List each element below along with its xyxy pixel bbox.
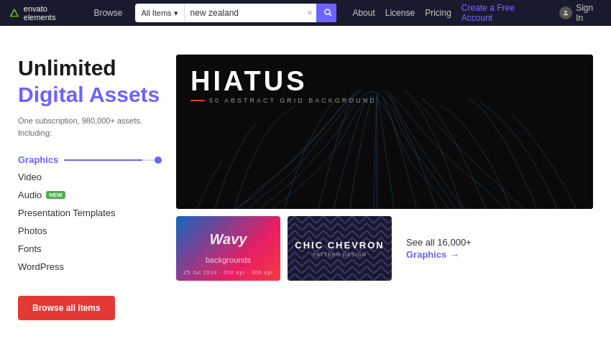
envato-logo-icon (9, 7, 20, 19)
bottom-thumbnails: Wavy backgrounds 25 Jul 2018 · 200 dpi ·… (176, 216, 593, 281)
category-video-label: Video (18, 172, 42, 182)
wavy-title: Wavy backgrounds (206, 230, 251, 267)
nav-links: About License Pricing Create a Free Acco… (352, 3, 545, 23)
category-audio[interactable]: Audio NEW (18, 186, 162, 204)
hero-card-title-text: HIATUS (190, 67, 377, 95)
category-wordpress[interactable]: WordPress (18, 258, 162, 276)
subtitle-line2: Including: (18, 129, 52, 137)
clear-search-icon[interactable]: × (304, 8, 316, 18)
headline-line1: Unlimited (18, 56, 116, 80)
hero-card: .gline{stroke:#4488cc;stroke-width:0.5;f… (176, 55, 593, 209)
logo[interactable]: envato elements (9, 4, 81, 22)
search-bar: All Items ▾ × (135, 4, 336, 22)
pricing-link[interactable]: Pricing (425, 8, 451, 18)
hero-card-title: HIATUS 50 ABSTRACT GRID BACKGROUND (190, 67, 377, 104)
logo-text: envato elements (24, 4, 81, 22)
search-input[interactable] (185, 4, 304, 22)
mountain-grid-visualization: .gline{stroke:#4488cc;stroke-width:0.5;f… (176, 90, 593, 209)
arrow-right-icon: → (449, 249, 459, 261)
wavy-detail: 25 Jul 2018 · 200 dpi · 300 dpi (176, 270, 280, 275)
category-video[interactable]: Video (18, 168, 162, 186)
new-badge: NEW (46, 191, 65, 199)
graphics-slider-track[interactable] (64, 159, 162, 161)
see-all-link[interactable]: Graphics → (406, 249, 472, 261)
search-icon (323, 8, 332, 17)
category-list: Graphics Video Audio NEW Presentation Te… (18, 154, 162, 276)
navbar: envato elements Browse All Items ▾ × Abo… (0, 0, 611, 26)
user-icon (559, 6, 572, 19)
see-all-section: See all 16,000+ Graphics → (399, 237, 472, 261)
hero-title-line (190, 100, 205, 101)
search-filter-dropdown[interactable]: All Items ▾ (135, 4, 184, 22)
category-graphics-container: Graphics (18, 154, 162, 165)
main-content: Unlimited Digital Assets One subscriptio… (0, 26, 611, 335)
license-link[interactable]: License (385, 8, 415, 18)
chevron-title-text: CHIC CHEVRON (295, 240, 384, 251)
category-audio-label: Audio (18, 190, 42, 200)
category-fonts[interactable]: Fonts (18, 240, 162, 258)
see-all-label: Graphics (406, 249, 446, 260)
right-panel: .gline{stroke:#4488cc;stroke-width:0.5;f… (176, 55, 593, 320)
browse-all-button[interactable]: Browse all items (18, 296, 115, 320)
category-fonts-label: Fonts (18, 243, 42, 254)
search-button[interactable] (316, 4, 337, 22)
browse-link[interactable]: Browse (93, 8, 122, 18)
wavy-dot (269, 222, 275, 228)
chevron-text: CHIC CHEVRON PATTERN DESIGN (295, 240, 384, 257)
category-graphics[interactable]: Graphics (18, 154, 58, 165)
category-photos-label: Photos (18, 225, 47, 236)
slider-thumb (155, 157, 162, 164)
about-link[interactable]: About (352, 8, 375, 18)
headline: Unlimited Digital Assets (18, 55, 162, 108)
category-wordpress-label: WordPress (18, 261, 64, 272)
hero-card-subtitle-text: 50 ABSTRACT GRID BACKGROUND (209, 97, 377, 104)
hero-subtitle: One subscription, 980,000+ assets. Inclu… (18, 115, 162, 139)
left-panel: Unlimited Digital Assets One subscriptio… (18, 55, 162, 320)
svg-line-3 (329, 14, 331, 16)
slider-fill (64, 159, 142, 161)
see-all-count: See all 16,000+ (406, 237, 472, 248)
category-presentation[interactable]: Presentation Templates (18, 204, 162, 222)
create-account-link[interactable]: Create a Free Account (461, 3, 546, 23)
filter-label: All Items (141, 9, 171, 17)
chevron-subtitle-text: PATTERN DESIGN (295, 252, 384, 257)
svg-point-2 (325, 9, 330, 14)
wavy-thumbnail[interactable]: Wavy backgrounds 25 Jul 2018 · 200 dpi ·… (176, 216, 280, 281)
category-photos[interactable]: Photos (18, 222, 162, 240)
hero-card-subtitle: 50 ABSTRACT GRID BACKGROUND (190, 97, 377, 104)
signin-label: Sign In (576, 3, 602, 23)
svg-point-4 (565, 11, 567, 13)
category-presentation-label: Presentation Templates (18, 207, 116, 218)
subtitle-line1: One subscription, 980,000+ assets. (18, 116, 142, 125)
signin-button[interactable]: Sign In (559, 3, 602, 23)
filter-chevron-icon: ▾ (174, 9, 178, 18)
chevron-thumbnail[interactable]: CHIC CHEVRON PATTERN DESIGN (288, 216, 392, 281)
headline-line2: Digital Assets (18, 83, 160, 106)
